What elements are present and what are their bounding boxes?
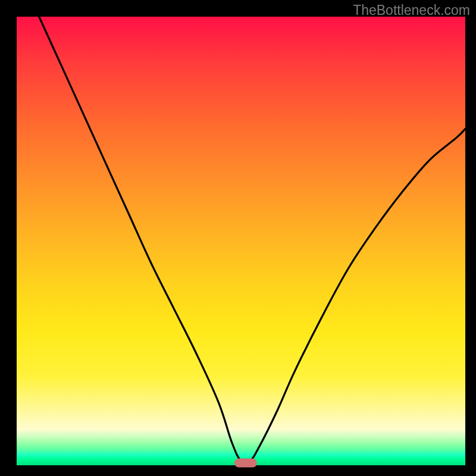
- chart-stage: TheBottleneck.com: [0, 0, 476, 476]
- plot-area: [17, 17, 465, 465]
- bottleneck-curve: [17, 17, 465, 465]
- attribution-text: TheBottleneck.com: [353, 2, 470, 18]
- optimal-marker: [234, 459, 257, 468]
